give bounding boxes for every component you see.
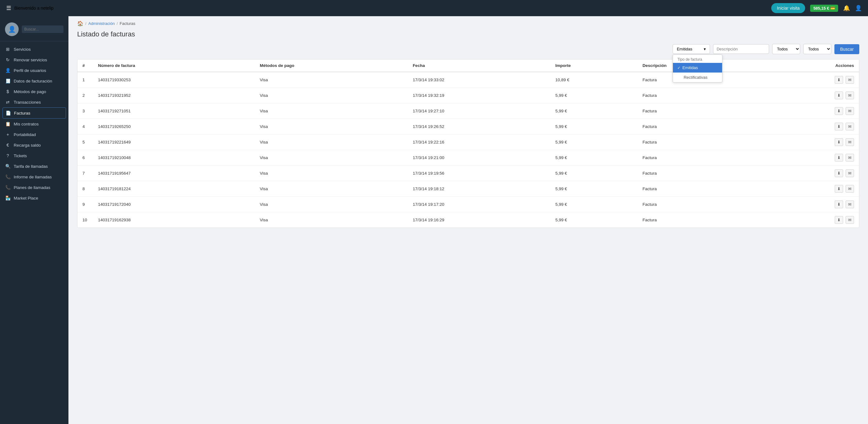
sidebar-item-facturas[interactable]: 📄 Facturas [2,108,66,119]
tipo-factura-dropdown[interactable]: Emitidas ▾ Tipo de factura ✓ Emitidas Re… [673,44,710,54]
email-button[interactable]: ✉ [846,169,854,177]
col-header-acciones: Acciones [754,59,859,72]
sidebar-item-servicios[interactable]: ⊞ Servicios [0,44,68,55]
cell-importe: 5,99 € [550,165,638,181]
email-button[interactable]: ✉ [846,185,854,193]
email-button[interactable]: ✉ [846,216,854,224]
sidebar-label-perfil: Perfil de usuarios [14,68,46,73]
cell-metodo: Visa [255,134,408,150]
sidebar-item-tarifa[interactable]: 🔍 Tarifa de llamadas [0,161,68,172]
sidebar-item-renovar[interactable]: ↻ Renovar servicios [0,55,68,65]
download-button[interactable]: ⬇ [835,123,843,130]
download-button[interactable]: ⬇ [835,185,843,193]
content-area: 🏠 / Administración / Facturas Listado de… [68,16,868,424]
avatar: 👤 [5,23,19,36]
download-button[interactable]: ⬇ [835,92,843,99]
sidebar-label-renovar: Renovar servicios [14,58,47,62]
breadcrumb-current: Facturas [120,21,136,26]
sidebar-label-recarga: Recarga saldo [14,143,41,148]
email-button[interactable]: ✉ [846,154,854,161]
dropdown-item-emitidas[interactable]: ✓ Emitidas [673,63,722,72]
download-button[interactable]: ⬇ [835,76,843,84]
descripcion-input[interactable] [713,44,769,54]
cell-metodo: Visa [255,165,408,181]
download-button[interactable]: ⬇ [835,107,843,115]
bell-icon[interactable]: 🔔 [843,5,850,11]
cell-num: 3 [78,103,93,119]
cell-importe: 5,99 € [550,197,638,212]
sidebar-item-contratos[interactable]: 📋 Mis contratos [0,119,68,129]
table-header: # Número de factura Métodos de pago Fech… [78,59,859,72]
table-row: 9 14031719172040 Visa 17/3/14 19:17:20 5… [78,197,859,212]
cell-importe: 10,89 € [550,72,638,88]
cell-numero: 14031719162938 [93,212,255,228]
balance-amount: 585,15 € [813,6,829,10]
cell-numero: 14031719172040 [93,197,255,212]
breadcrumb-admin-link[interactable]: Administración [88,21,115,26]
download-button[interactable]: ⬇ [835,169,843,177]
download-button[interactable]: ⬇ [835,216,843,224]
buscar-button[interactable]: Buscar [834,44,859,54]
cell-descripcion: Factura [638,197,754,212]
cell-metodo: Visa [255,197,408,212]
sidebar-item-planes[interactable]: 📞 Planes de llamadas [0,182,68,193]
tipo-factura-button[interactable]: Emitidas ▾ [673,44,710,54]
welcome-text: Bienvenido a netelip [14,6,54,10]
download-button[interactable]: ⬇ [835,154,843,161]
sidebar-label-informe: Informe de llamadas [14,175,52,179]
cell-metodo: Visa [255,119,408,134]
todos1-select[interactable]: Todos [772,44,800,54]
cell-numero: 14031719221649 [93,134,255,150]
dollar-icon: $ [5,89,10,94]
email-button[interactable]: ✉ [846,138,854,146]
col-header-num: # [78,59,93,72]
email-button[interactable]: ✉ [846,76,854,84]
refresh-icon: ↻ [5,57,10,62]
cell-descripcion: Factura [638,165,754,181]
cell-descripcion: Factura [638,103,754,119]
home-icon[interactable]: 🏠 [77,21,83,27]
facturas-table-container: # Número de factura Métodos de pago Fech… [77,59,859,228]
sidebar-search-input[interactable] [22,26,63,33]
rectificativas-label: Rectificativas [683,75,708,80]
cell-metodo: Visa [255,150,408,165]
email-button[interactable]: ✉ [846,92,854,99]
topbar-left: ☰ Bienvenido a netelip [6,5,54,11]
emitidas-label: Emitidas [682,65,698,70]
iniciar-visita-button[interactable]: Iniciar visita [771,3,805,13]
table-row: 6 14031719210048 Visa 17/3/14 19:21:00 5… [78,150,859,165]
sidebar-item-transacciones[interactable]: ⇄ Transacciones [0,97,68,108]
table-row: 3 14031719271051 Visa 17/3/14 19:27:10 5… [78,103,859,119]
col-header-fecha: Fecha [408,59,550,72]
profile-icon: 👤 [5,68,10,73]
sidebar-item-portabilidad[interactable]: + Portabilidad [0,129,68,140]
sidebar-item-tickets[interactable]: ? Tickets [0,150,68,161]
download-button[interactable]: ⬇ [835,138,843,146]
table-row: 10 14031719162938 Visa 17/3/14 19:16:29 … [78,212,859,228]
topbar-right: Iniciar visita 585,15 € 💳 🔔 👤 [771,3,862,13]
col-header-metodo: Métodos de pago [255,59,408,72]
menu-icon[interactable]: ☰ [6,5,11,11]
sidebar-label-tarifa: Tarifa de llamadas [14,164,48,169]
sidebar-item-metodos-pago[interactable]: $ Métodos de pago [0,86,68,97]
card-icon: 💳 [830,6,835,10]
sidebar-item-recarga[interactable]: € Recarga saldo [0,140,68,150]
email-button[interactable]: ✉ [846,107,854,115]
user-icon[interactable]: 👤 [855,5,862,11]
tipo-factura-selected: Emitidas [677,47,692,51]
todos2-select[interactable]: Todos [803,44,831,54]
cell-metodo: Visa [255,212,408,228]
cell-importe: 5,99 € [550,181,638,197]
email-button[interactable]: ✉ [846,123,854,130]
download-button[interactable]: ⬇ [835,201,843,208]
email-button[interactable]: ✉ [846,201,854,208]
sidebar-item-informe[interactable]: 📞 Informe de llamadas [0,172,68,182]
cell-importe: 5,99 € [550,134,638,150]
sidebar-item-marketplace[interactable]: 🏪 Market Place [0,193,68,203]
dropdown-item-rectificativas[interactable]: Rectificativas [673,72,722,82]
sidebar-label-portabilidad: Portabilidad [14,132,36,137]
cell-acciones: ⬇ ✉ [754,119,859,134]
sidebar-item-perfil[interactable]: 👤 Perfil de usuarios [0,65,68,75]
sidebar-item-facturacion[interactable]: 🧾 Datos de facturación [0,75,68,86]
planes-icon: 📞 [5,185,10,190]
